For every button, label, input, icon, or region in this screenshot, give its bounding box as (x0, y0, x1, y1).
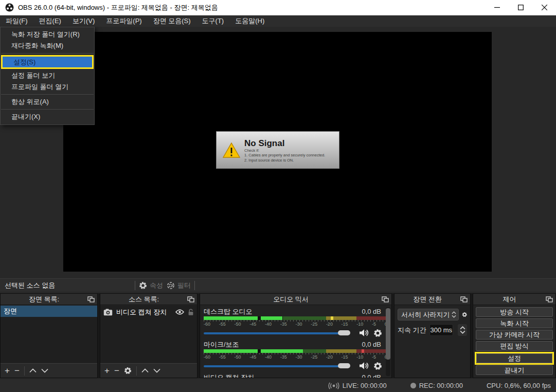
popout-icon[interactable] (382, 296, 389, 302)
mixer-body: 데스크탑 오디오 0,0 dB -60-55-50-45-40-35-30-25… (200, 306, 391, 378)
menu-item-open-recording-folder[interactable]: 녹화 저장 폴더 열기(R) (1, 29, 94, 40)
sources-panel-title: 소스 목록: (100, 295, 187, 304)
channel-db-value: 0,0 dB (362, 341, 387, 348)
properties-button[interactable]: 속성 (139, 281, 163, 290)
volume-slider[interactable] (204, 361, 355, 370)
controls-panel-title: 제어 (473, 295, 546, 304)
duration-spinner[interactable] (458, 324, 467, 336)
controls-panel: 제어 방송 시작 녹화 시작 가상 카메라 시작 편집 방식 설정 끝내기 (473, 293, 556, 378)
source-list-item[interactable]: 비디오 캡쳐 장치 (100, 306, 197, 318)
minimize-button[interactable] (485, 0, 509, 15)
cpu-status: CPU: 0,6%, 60,00 fps (487, 382, 551, 389)
record-dot-icon (410, 383, 416, 388)
maximize-button[interactable] (509, 0, 532, 15)
obs-window: OBS 26.0.0 (64-bit, windows) - 프로파일: 제목없… (0, 0, 556, 392)
close-button[interactable] (532, 0, 556, 15)
settings-button[interactable]: 설정 (476, 353, 552, 363)
add-source-button[interactable]: + (104, 366, 110, 375)
channel-name: 데스크탑 오디오 (204, 307, 253, 316)
menu-item-exit[interactable]: 끝내기(X) (1, 111, 94, 122)
move-source-up-button[interactable] (141, 368, 149, 373)
chevron-up-icon (452, 311, 456, 314)
add-scene-button[interactable]: + (5, 366, 10, 375)
volume-slider[interactable] (204, 328, 355, 337)
start-recording-button[interactable]: 녹화 시작 (476, 318, 553, 328)
visibility-eye-icon[interactable] (175, 309, 184, 315)
preview-canvas[interactable]: No Signal Check if: 1. Cables are proper… (63, 32, 492, 272)
sources-panel: 소스 목록: 비디오 캡쳐 장치 (100, 293, 198, 378)
menu-file[interactable]: 파일(F) (0, 15, 33, 27)
exit-button[interactable]: 끝내기 (476, 365, 553, 375)
source-context-toolbar: 선택된 소스 없음 속성 필터 (0, 278, 556, 292)
video-capture-icon (103, 309, 113, 316)
chevron-down-icon (460, 330, 465, 334)
chevron-up-icon (460, 326, 465, 330)
scene-list: 장면 (1, 306, 97, 363)
scene-list-item[interactable]: 장면 (1, 306, 97, 317)
audio-mixer-panel: 오디오 믹서 데스크탑 오디오 0,0 dB -60-55-50-45-40-3… (200, 293, 392, 378)
remove-scene-button[interactable]: − (14, 366, 20, 375)
popout-icon[interactable] (546, 296, 553, 302)
transition-select[interactable]: 서서히 사라지기 (398, 309, 459, 320)
meter-tick-labels: -60-55-50-45-40-35-30-25-20-15-10-50 (204, 354, 387, 360)
filter-icon (167, 281, 175, 290)
move-scene-up-button[interactable] (29, 368, 37, 373)
gear-icon (139, 281, 147, 290)
filters-label: 필터 (177, 281, 191, 290)
rec-status: REC: 00:00:00 (410, 382, 463, 389)
remove-source-button[interactable]: − (114, 366, 119, 375)
live-status: LIVE: 00:00:00 (328, 382, 387, 389)
move-source-down-button[interactable] (153, 368, 160, 373)
menu-edit[interactable]: 편집(E) (33, 15, 67, 27)
source-properties-gear-icon[interactable] (124, 367, 132, 375)
channel-settings-gear-icon[interactable] (373, 362, 382, 370)
menu-help[interactable]: 도움말(H) (229, 15, 270, 27)
menu-tools[interactable]: 도구(T) (196, 15, 230, 27)
meter-tick-labels: -60-55-50-45-40-35-30-25-20-15-10-50 (204, 322, 387, 327)
menu-item-show-profile-folder[interactable]: 프로파일 폴더 열기 (1, 81, 94, 93)
channel-db-value: 0,0 dB (362, 373, 387, 378)
filters-button[interactable]: 필터 (167, 281, 191, 290)
combo-spinner[interactable] (450, 311, 458, 318)
transition-settings-gear-icon[interactable] (462, 310, 467, 319)
menu-separator (1, 94, 94, 95)
move-scene-down-button[interactable] (41, 368, 48, 373)
volume-slider-handle[interactable] (338, 330, 350, 335)
menu-item-show-settings-folder[interactable]: 설정 폴더 보기 (1, 70, 94, 81)
speaker-icon[interactable] (359, 362, 369, 370)
channel-settings-gear-icon[interactable] (373, 329, 382, 337)
menu-profile[interactable]: 프로파일(P) (100, 15, 147, 27)
no-signal-title: No Signal (244, 138, 325, 148)
duration-spinbox[interactable]: 300 ms (429, 324, 453, 336)
popout-icon[interactable] (460, 296, 468, 302)
volume-slider-handle[interactable] (338, 363, 350, 368)
toolbar-separator (136, 366, 137, 376)
mixer-channel-mic-aux: 마이크/보조 0,0 dB -60-55-50-45-40-35-30-25-2… (204, 340, 387, 370)
menu-item-settings[interactable]: 설정(S) (3, 57, 92, 67)
popout-icon[interactable] (187, 296, 194, 302)
mixer-scrollbar[interactable] (386, 307, 390, 376)
start-virtual-camera-button[interactable]: 가상 카메라 시작 (476, 330, 553, 340)
transition-panel-title: 장면 전환 (394, 295, 460, 304)
duration-label: 지속 기간 (398, 326, 426, 335)
volume-meter (204, 316, 387, 320)
menu-separator (1, 109, 94, 110)
mixer-channel-desktop-audio: 데스크탑 오디오 0,0 dB -60-55-50-45-40-35-30-25… (204, 307, 387, 337)
menu-bar: 파일(F) 편집(E) 보기(V) 프로파일(P) 장면 모음(S) 도구(T)… (0, 15, 556, 27)
popout-icon[interactable] (87, 296, 95, 302)
menu-item-remux-recording[interactable]: 재다중화 녹화(M) (1, 40, 94, 51)
toolbar-separator (194, 281, 195, 290)
mixer-channel-video-capture: 비디오 캡쳐 장치 0,0 dB (204, 373, 387, 378)
channel-db-value: 0,0 dB (362, 308, 387, 315)
lock-icon[interactable] (188, 309, 194, 316)
studio-mode-button[interactable]: 편집 방식 (476, 341, 553, 351)
start-streaming-button[interactable]: 방송 시작 (476, 307, 553, 317)
scenes-toolbar: + − (1, 363, 97, 378)
menu-view[interactable]: 보기(V) (67, 15, 100, 27)
obs-logo-icon (5, 3, 14, 12)
speaker-icon[interactable] (359, 329, 369, 337)
menu-item-always-on-top[interactable]: 항상 위로(A) (1, 96, 94, 108)
channel-name: 마이크/보조 (204, 340, 239, 349)
menu-scene-collection[interactable]: 장면 모음(S) (148, 15, 196, 27)
settings-highlight-box: 설정 (475, 352, 554, 365)
